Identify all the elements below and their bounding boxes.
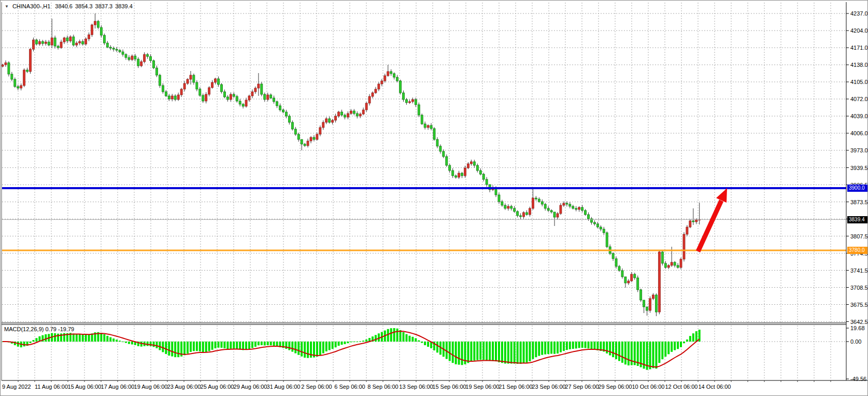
macd-histogram-bar (33, 340, 35, 342)
bullish-candle (2, 65, 4, 66)
macd-histogram-bar (649, 342, 651, 369)
bullish-candle (91, 25, 93, 35)
bullish-candle (51, 38, 53, 45)
macd-histogram-bar (557, 342, 559, 353)
bearish-candle (606, 233, 608, 247)
macd-histogram-bar (236, 342, 238, 349)
trend-arrow-shaft[interactable] (698, 201, 721, 251)
macd-histogram-bar (408, 336, 410, 342)
bearish-candle (510, 206, 513, 208)
macd-histogram-bar (150, 342, 152, 346)
bearish-candle (677, 265, 679, 267)
bullish-candle (88, 35, 90, 39)
macd-histogram-bar (297, 342, 300, 355)
bearish-candle (150, 56, 152, 61)
trend-arrow-head[interactable] (716, 188, 727, 203)
time-axis-label: 8 Sep 06:00 (367, 384, 398, 390)
bearish-candle (26, 70, 29, 72)
bullish-candle (368, 96, 371, 103)
macd-histogram-bar (427, 342, 429, 347)
bullish-candle (319, 128, 321, 134)
price-axis-label: 4138.0 (850, 62, 868, 68)
macd-histogram-bar (606, 342, 608, 353)
macd-histogram-bar (325, 342, 328, 351)
macd-histogram-bar (677, 342, 679, 349)
price-axis-label: 4237.0 (850, 10, 868, 17)
symbol-dropdown-icon[interactable]: ▼ (5, 4, 9, 9)
macd-histogram-bar (566, 342, 568, 350)
bearish-candle (603, 229, 605, 233)
resistance-line-price-tag[interactable]: 3900.0 (847, 185, 868, 192)
macd-histogram-bar (23, 342, 25, 346)
bullish-candle (458, 173, 460, 177)
macd-histogram-bar (273, 342, 275, 346)
macd-histogram-bar (215, 342, 217, 348)
bullish-candle (325, 119, 328, 122)
macd-histogram-bar (177, 342, 179, 357)
macd-histogram-bar (664, 342, 666, 357)
macd-histogram-bar (486, 342, 488, 360)
bearish-candle (482, 174, 485, 179)
macd-histogram-bar (122, 342, 124, 342)
time-axis-label: 13 Sep 06:00 (399, 384, 433, 390)
bearish-candle (109, 47, 111, 48)
bullish-candle (215, 79, 217, 82)
price-axis-label: 3708.5 (850, 285, 868, 291)
bearish-candle (291, 122, 293, 129)
ohlc-open: 3840.6 (55, 3, 73, 9)
bearish-candle (624, 277, 627, 283)
macd-histogram-bar (612, 342, 614, 357)
symbol-period-label: CHINA300-,H1 (12, 3, 50, 9)
bearish-candle (116, 49, 118, 50)
macd-histogram-bar (159, 342, 161, 350)
macd-histogram-bar (538, 342, 540, 356)
bearish-candle (504, 205, 506, 208)
macd-histogram-bar (196, 342, 198, 351)
bearish-candle (199, 89, 201, 95)
macd-histogram-bar (270, 342, 272, 345)
macd-histogram-bar (510, 342, 513, 364)
macd-main-value: 0.79 (45, 326, 56, 332)
macd-histogram-bar (449, 342, 451, 361)
bearish-candle (128, 58, 130, 60)
bullish-candle (464, 168, 466, 176)
macd-histogram-bar (470, 342, 472, 362)
bearish-candle (264, 94, 266, 100)
bullish-candle (187, 79, 189, 83)
time-axis-label: 31 Aug 06:00 (267, 384, 301, 390)
bearish-candle (514, 208, 516, 211)
bearish-candle (35, 40, 37, 44)
bearish-candle (436, 139, 438, 146)
chart-canvas[interactable]: 4237.04204.04171.04138.04105.04072.04039… (1, 1, 868, 396)
bullish-candle (529, 208, 531, 215)
time-axis-label: 19 Sep 06:00 (465, 384, 499, 390)
bullish-candle (140, 62, 143, 66)
bearish-candle (421, 115, 423, 124)
bearish-candle (405, 100, 407, 103)
macd-histogram-bar (590, 342, 592, 349)
macd-histogram-bar (116, 340, 118, 342)
macd-histogram-bar (572, 342, 574, 349)
bearish-candle (174, 96, 176, 100)
bearish-candle (455, 176, 457, 177)
macd-histogram-bar (359, 341, 361, 342)
bearish-candle (674, 262, 676, 265)
bullish-candle (557, 214, 559, 217)
bearish-candle (233, 94, 235, 96)
bullish-candle (387, 72, 389, 76)
bearish-candle (193, 75, 195, 82)
macd-histogram-bar (208, 342, 210, 351)
macd-histogram-bar (140, 342, 143, 347)
bullish-candle (60, 42, 62, 48)
bullish-candle (347, 114, 349, 117)
macd-histogram-bar (88, 334, 90, 342)
price-axis-label: 3642.5 (850, 319, 868, 325)
macd-histogram-bar (347, 342, 349, 343)
bearish-candle (125, 54, 127, 58)
bearish-candle (637, 278, 639, 290)
support-line-price-tag[interactable]: 3780.0 (847, 247, 868, 254)
bearish-candle (279, 106, 281, 110)
bearish-candle (415, 100, 417, 105)
bearish-candle (57, 46, 59, 48)
macd-histogram-bar (276, 342, 278, 346)
